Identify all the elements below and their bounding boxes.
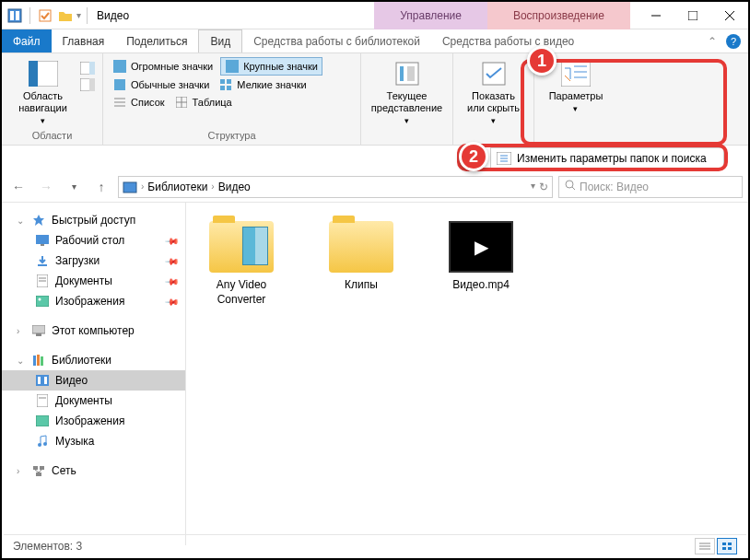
crumb-video[interactable]: Видео: [218, 181, 251, 193]
pin-icon: 📌: [165, 274, 180, 288]
details-view-toggle[interactable]: [695, 538, 715, 554]
svg-rect-3: [40, 10, 51, 21]
svg-rect-17: [220, 79, 225, 84]
help-icon[interactable]: ?: [726, 34, 741, 49]
svg-rect-14: [113, 60, 126, 73]
app-icon: [6, 6, 24, 25]
context-tab-playback[interactable]: Воспроизведение: [487, 2, 630, 29]
svg-rect-28: [400, 66, 404, 81]
svg-rect-62: [36, 472, 41, 476]
navigation-pane-button[interactable]: Область навигации ▾: [9, 57, 76, 127]
document-icon: [35, 393, 50, 408]
libraries-icon: [31, 353, 46, 368]
svg-rect-36: [123, 182, 136, 192]
tab-view[interactable]: Вид: [198, 29, 242, 52]
sidebar-libraries[interactable]: ⌄Библиотеки: [2, 350, 185, 370]
address-dropdown-icon[interactable]: ▾: [531, 181, 535, 193]
sidebar-video[interactable]: Видео: [2, 370, 185, 391]
back-button[interactable]: ←: [7, 176, 29, 198]
large-icons-button[interactable]: Крупные значки: [220, 57, 322, 76]
ribbon-collapse-icon[interactable]: ⌃: [708, 35, 717, 48]
current-view-button[interactable]: Текущее представление ▾: [368, 57, 446, 127]
huge-icons-button[interactable]: Огромные значки: [111, 57, 215, 76]
tab-video-tools[interactable]: Средства работы с видео: [431, 29, 585, 52]
sidebar-documents2[interactable]: Документы: [2, 391, 185, 411]
music-icon: [35, 434, 50, 449]
sidebar-pictures[interactable]: Изображения📌: [2, 291, 185, 311]
pictures-icon: [35, 414, 50, 428]
chevron-right-icon[interactable]: ›: [209, 181, 216, 192]
svg-point-59: [43, 442, 47, 446]
table-button[interactable]: Таблица: [172, 94, 234, 111]
context-tab-manage[interactable]: Управление: [374, 2, 487, 29]
title-bar: ▾ Видео Управление Воспроизведение: [2, 2, 748, 29]
callout-2: 2: [459, 142, 488, 171]
svg-rect-16: [114, 79, 125, 90]
tab-library-tools[interactable]: Средства работы с библиотекой: [242, 29, 431, 52]
svg-rect-68: [722, 542, 726, 545]
icons-view-toggle[interactable]: [717, 538, 737, 554]
details-pane-icon[interactable]: [80, 77, 95, 92]
sidebar-downloads[interactable]: Загрузки📌: [2, 251, 185, 271]
show-hide-button[interactable]: Показать или скрыть ▾: [461, 57, 526, 127]
network-icon: [31, 463, 46, 478]
maximize-button[interactable]: [674, 2, 711, 29]
file-video-mp4[interactable]: ▶ Видео.mp4: [435, 221, 527, 293]
star-icon: [31, 213, 46, 228]
sidebar-this-pc[interactable]: ›Этот компьютер: [2, 321, 185, 341]
tab-file[interactable]: Файл: [2, 29, 52, 52]
sidebar-music[interactable]: Музыка: [2, 431, 185, 451]
folder-any-video-converter[interactable]: Any Video Converter: [195, 221, 287, 307]
svg-rect-15: [226, 60, 239, 73]
sidebar-desktop[interactable]: Рабочий стол📌: [2, 230, 185, 251]
close-button[interactable]: [711, 2, 748, 29]
folder-clips[interactable]: Клипы: [315, 221, 407, 293]
svg-rect-1: [10, 11, 14, 20]
svg-rect-29: [407, 66, 415, 81]
search-box[interactable]: Поиск: Видео: [558, 176, 743, 198]
svg-rect-2: [16, 11, 19, 20]
crumb-libraries[interactable]: Библиотеки: [147, 181, 207, 193]
refresh-icon[interactable]: ↻: [539, 181, 548, 193]
status-text: Элементов: 3: [13, 540, 82, 553]
list-button[interactable]: Список: [111, 94, 167, 111]
qat-checkbox-icon[interactable]: [36, 6, 54, 25]
sidebar-quick-access[interactable]: ⌄ Быстрый доступ: [2, 210, 185, 230]
forward-button[interactable]: →: [35, 176, 57, 198]
svg-line-63: [35, 470, 39, 472]
qat-folder-icon[interactable]: [56, 6, 75, 25]
tab-share[interactable]: Поделиться: [115, 29, 198, 52]
svg-rect-51: [41, 356, 43, 366]
preview-pane-icon[interactable]: [80, 61, 95, 76]
tab-home[interactable]: Главная: [52, 29, 116, 52]
sidebar-documents[interactable]: Документы📌: [2, 271, 185, 291]
sidebar-network[interactable]: ›Сеть: [2, 461, 185, 481]
search-icon: [565, 180, 576, 193]
minimize-button[interactable]: [638, 2, 674, 29]
normal-icons-button[interactable]: Обычные значки: [111, 76, 211, 93]
chevron-right-icon[interactable]: ›: [139, 181, 146, 192]
svg-rect-45: [36, 296, 49, 307]
svg-rect-9: [29, 61, 38, 87]
qat-dropdown-icon[interactable]: ▾: [76, 10, 81, 20]
small-icons-button[interactable]: Мелкие значки: [217, 76, 308, 93]
svg-rect-55: [37, 394, 48, 407]
folder-options-icon: [497, 151, 511, 166]
svg-line-64: [39, 470, 41, 472]
video-lib-icon: [35, 373, 50, 388]
svg-line-38: [572, 187, 575, 190]
recent-button[interactable]: ▾: [63, 176, 85, 198]
options-dropdown-item[interactable]: Изменить параметры папок и поиска: [490, 147, 724, 169]
desktop-icon: [35, 233, 50, 248]
ribbon-tabs: Файл Главная Поделиться Вид Средства раб…: [2, 29, 748, 53]
pin-icon: 📌: [165, 253, 180, 268]
address-bar[interactable]: › Библиотеки › Видео ▾ ↻: [118, 176, 553, 198]
sidebar-pictures2[interactable]: Изображения: [2, 411, 185, 431]
svg-point-58: [38, 443, 41, 447]
ribbon-body: Область навигации ▾ Области Огромные зна…: [2, 53, 748, 146]
svg-rect-39: [36, 235, 49, 244]
up-button[interactable]: ↑: [90, 176, 112, 198]
status-bar: Элементов: 3: [4, 534, 746, 556]
callout-1: 1: [527, 46, 557, 76]
downloads-icon: [35, 253, 50, 268]
